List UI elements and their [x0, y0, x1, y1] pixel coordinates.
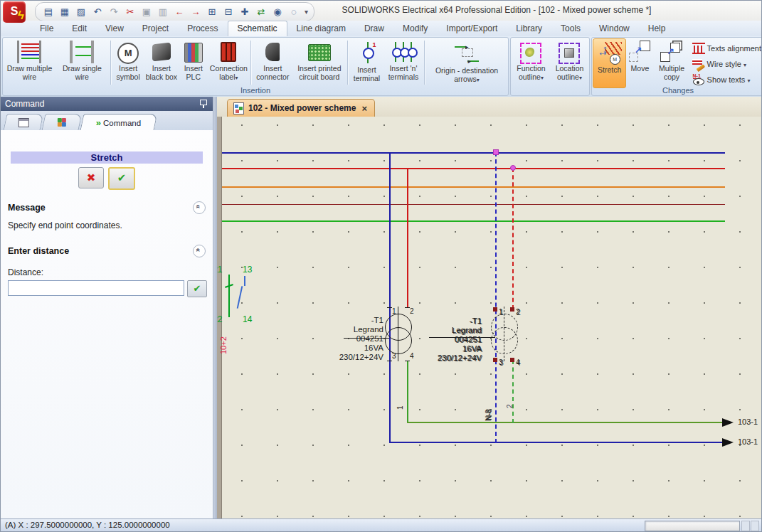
menu-modify[interactable]: Modify [393, 21, 437, 36]
menu-line-diagram[interactable]: Line diagram [287, 21, 355, 36]
menu-import-export[interactable]: Import/Export [437, 21, 507, 36]
function-outline-button[interactable]: Function outline▾ [512, 38, 551, 88]
destination-arrow-icon[interactable] [722, 438, 734, 447]
menu-view[interactable]: View [96, 21, 133, 36]
find-icon[interactable]: ◉ [270, 5, 285, 18]
wire-number[interactable]: 1 [396, 405, 404, 410]
contact-blade-blue[interactable] [237, 286, 243, 309]
copy-icon[interactable]: ▣ [139, 5, 154, 18]
insert-black-box-button[interactable]: Insert black box [144, 38, 179, 88]
cancel-command-button[interactable]: ✖ [78, 167, 104, 188]
destination-arrow-label[interactable]: 103-1 [738, 417, 758, 426]
pan-icon[interactable]: ✚ [238, 5, 252, 18]
terminal-number[interactable]: 2 [410, 307, 414, 315]
terminal-grip[interactable] [493, 358, 497, 362]
origin-destination-arrows-button[interactable]: ▸▸ Origin - destination arrows▾ [426, 38, 507, 88]
tab-components[interactable] [4, 114, 44, 130]
zoom-out-icon[interactable]: ⊟ [221, 5, 236, 18]
wire-equipotential-label-red[interactable]: 10+2 [219, 336, 228, 354]
ghost-wire-red-dashed[interactable] [512, 168, 514, 309]
tab-command[interactable]: »Command [80, 114, 158, 130]
schematic-canvas[interactable]: 103-1 103-1 1 2 3 4 [217, 117, 761, 518]
previous-folio-icon[interactable]: ← [172, 5, 186, 18]
ghost-wire-green-dashed[interactable] [512, 360, 514, 423]
stretch-button[interactable]: ↔↕ M Stretch [593, 38, 626, 88]
location-outline-button[interactable]: Location outline▾ [551, 38, 588, 88]
close-tab-icon[interactable]: × [360, 103, 367, 114]
menu-project[interactable]: Project [133, 21, 178, 36]
menu-window[interactable]: Window [590, 21, 639, 36]
texts-alignment-button[interactable]: Texts alignment [690, 41, 762, 56]
distance-input[interactable] [8, 280, 184, 296]
terminal-number[interactable]: 1 [392, 307, 396, 315]
insert-symbol-button[interactable]: M Insert symbol [112, 38, 144, 88]
insert-n-terminals-button[interactable]: Insert 'n' terminals [384, 38, 423, 88]
redo-icon[interactable]: ↷ [107, 5, 121, 18]
ghost-transformer-tag[interactable]: -T1 Legrand 004251 16VA 230/12+24V [379, 316, 482, 363]
wire-number[interactable]: N-8 [485, 410, 492, 421]
wire-style-button[interactable]: Wire style ▾ [690, 56, 762, 72]
wire-green-top[interactable] [222, 220, 725, 222]
terminal-grip[interactable] [510, 307, 514, 312]
redraw-icon[interactable]: ◌ [287, 5, 301, 18]
menu-draw[interactable]: Draw [355, 21, 393, 36]
move-button[interactable]: ↗ Move [626, 38, 653, 88]
terminal-grip[interactable] [510, 358, 514, 362]
menu-tools[interactable]: Tools [551, 21, 590, 36]
insert-pcb-button[interactable]: Insert printed circuit board [292, 38, 346, 88]
wire-green-bottom[interactable] [407, 422, 722, 423]
draw-single-wire-button[interactable]: Draw single wire [55, 38, 109, 88]
menu-help[interactable]: Help [639, 21, 675, 36]
zoom-fit-icon[interactable]: ⇄ [254, 5, 268, 18]
contact-wire-green[interactable] [228, 275, 230, 317]
validate-command-button[interactable]: ✔ [108, 167, 135, 190]
pin-icon[interactable] [200, 100, 207, 105]
menu-schematic[interactable]: Schematic [228, 21, 287, 36]
wire-blue-vertical[interactable] [389, 152, 391, 443]
contact-lead-blue[interactable] [244, 276, 245, 286]
ghost-transformer-secondary-circle[interactable] [491, 327, 518, 354]
qat-overflow-icon[interactable]: ▾ [305, 8, 308, 16]
draw-multiple-wire-button[interactable]: Draw multiple wire [4, 38, 55, 88]
selection-grip[interactable] [493, 149, 499, 155]
new-folio-icon[interactable]: ▤ [41, 5, 55, 18]
insert-plc-button[interactable]: Insert PLC [179, 38, 208, 88]
wire-red-vertical[interactable] [407, 168, 408, 307]
contact-terminal-label[interactable]: 13 [243, 265, 252, 275]
transformer-tag[interactable]: -T1 Legrand 004251 16VA 230/12+24V [281, 316, 383, 362]
contact-terminal-label[interactable]: 22 [217, 314, 222, 324]
ghost-wire-blue-dashed[interactable] [495, 152, 497, 443]
destination-arrow-label[interactable]: 103-1 [738, 437, 758, 446]
show-texts-button[interactable]: N-1 Show texts ▾ [690, 72, 762, 87]
contact-terminal-label[interactable]: 21 [217, 265, 222, 275]
next-folio-icon[interactable]: → [189, 5, 203, 18]
wire-number[interactable]: 2 [506, 404, 514, 408]
wire-red[interactable] [222, 168, 725, 169]
menu-file[interactable]: File [31, 21, 63, 36]
wire-green-vertical[interactable] [407, 361, 408, 423]
cut-icon[interactable]: ✂ [123, 5, 137, 18]
insert-connector-button[interactable]: Insert connector [253, 38, 292, 88]
command-panel-header[interactable]: Command [1, 97, 213, 111]
menu-process[interactable]: Process [178, 21, 227, 36]
menu-library[interactable]: Library [507, 21, 551, 36]
destination-arrow-icon[interactable] [722, 418, 734, 427]
contact-terminal-label[interactable]: 14 [243, 314, 252, 324]
wire-orange[interactable] [222, 186, 725, 188]
print-icon[interactable]: ▨ [74, 5, 88, 18]
selection-grip[interactable] [510, 165, 516, 171]
save-icon[interactable]: ▦ [58, 5, 72, 18]
resize-grip[interactable] [751, 521, 759, 531]
wire-maroon[interactable] [222, 204, 725, 205]
connection-label-button[interactable]: Connection label▾ [208, 38, 249, 88]
terminal-grip[interactable] [493, 307, 497, 312]
zoom-window-icon[interactable]: ⊞ [205, 5, 219, 18]
undo-icon[interactable]: ↶ [90, 5, 105, 18]
collapse-distance-button[interactable]: « [193, 245, 206, 257]
paste-icon[interactable]: ▥ [156, 5, 170, 18]
wire-blue-top[interactable] [222, 152, 725, 154]
document-tab[interactable]: 102 - Mixed power scheme × [227, 99, 375, 117]
collapse-message-button[interactable]: « [193, 201, 206, 214]
tab-symbols[interactable] [42, 114, 83, 130]
multiple-copy-button[interactable]: ↗ Multiple copy [653, 38, 689, 88]
